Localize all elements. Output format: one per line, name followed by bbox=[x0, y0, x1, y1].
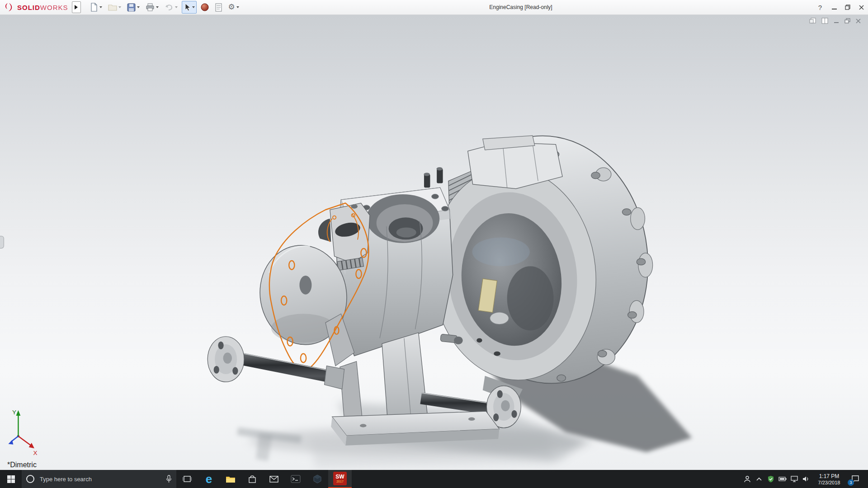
mail-button[interactable] bbox=[263, 470, 285, 488]
doc-restore-button[interactable] bbox=[844, 18, 850, 23]
taskbar: Type here to search e bbox=[0, 470, 868, 488]
network-button[interactable] bbox=[788, 470, 800, 488]
doc-restore-icon bbox=[844, 18, 850, 23]
housing-body[interactable] bbox=[421, 126, 660, 402]
volume-icon bbox=[802, 476, 810, 482]
dropdown-caret-icon bbox=[137, 6, 140, 8]
solidworks-taskbar-button[interactable]: SW 2017 bbox=[328, 470, 352, 488]
clock-date: 7/23/2018 bbox=[814, 480, 844, 485]
dropdown-caret-icon bbox=[175, 6, 178, 8]
appearance-button[interactable] bbox=[199, 1, 211, 14]
edge-icon: e bbox=[206, 473, 212, 485]
terminal-button[interactable] bbox=[285, 470, 307, 488]
orientation-triad: Y X bbox=[8, 409, 37, 456]
print-button[interactable] bbox=[144, 1, 160, 14]
window-title: EngineCasing [Read-only] bbox=[489, 4, 552, 10]
minimize-button[interactable] bbox=[827, 0, 841, 14]
file-explorer-button[interactable] bbox=[220, 470, 241, 488]
titlebar: SOLIDWORKS bbox=[0, 0, 868, 15]
engine-casing-model[interactable]: Y X bbox=[0, 15, 868, 470]
task-view-button[interactable] bbox=[176, 470, 198, 488]
store-button[interactable] bbox=[241, 470, 263, 488]
chevron-up-icon bbox=[756, 477, 762, 481]
dropdown-caret-icon bbox=[156, 6, 159, 8]
cortana-icon bbox=[26, 475, 34, 483]
logo-text: SOLIDWORKS bbox=[17, 4, 68, 11]
dropdown-caret-icon bbox=[99, 6, 102, 8]
taskbar-clock[interactable]: 1:17 PM 7/23/2018 bbox=[812, 473, 846, 485]
terminal-icon bbox=[291, 475, 301, 483]
view-orientation-label: *Dimetric bbox=[7, 461, 37, 469]
doc-tile-icon bbox=[821, 18, 828, 24]
doc-close-icon bbox=[856, 19, 861, 23]
menu-flyout-button[interactable] bbox=[72, 1, 81, 13]
maximize-button[interactable] bbox=[841, 0, 854, 14]
start-button[interactable] bbox=[0, 470, 22, 488]
solidworks-window: SOLIDWORKS bbox=[0, 0, 868, 488]
battery-button[interactable] bbox=[777, 470, 788, 488]
save-button[interactable] bbox=[125, 1, 142, 14]
select-button[interactable] bbox=[182, 1, 197, 14]
defender-shield-icon bbox=[768, 475, 774, 483]
mail-icon bbox=[269, 476, 278, 483]
dropdown-caret-icon bbox=[192, 6, 195, 8]
taskbar-search[interactable]: Type here to search bbox=[22, 470, 176, 488]
solidworks-logo: SOLIDWORKS bbox=[4, 2, 68, 12]
y-axis-label: Y bbox=[12, 409, 16, 416]
open-button[interactable] bbox=[106, 1, 123, 14]
doc-minimize-button[interactable] bbox=[834, 18, 839, 23]
defender-button[interactable] bbox=[765, 470, 777, 488]
doc-cascade-button[interactable] bbox=[809, 18, 816, 24]
undo-button[interactable] bbox=[163, 1, 179, 14]
dropdown-caret-icon bbox=[236, 6, 239, 8]
network-icon bbox=[791, 476, 798, 482]
store-icon bbox=[248, 475, 256, 483]
tray-overflow-button[interactable] bbox=[753, 470, 765, 488]
gear-icon: ⚙ bbox=[228, 3, 235, 12]
minimize-icon bbox=[832, 5, 837, 10]
doc-cascade-icon bbox=[809, 18, 816, 24]
open-folder-icon bbox=[108, 3, 117, 11]
restore-icon bbox=[845, 5, 850, 10]
action-center-button[interactable]: 3 bbox=[846, 470, 864, 488]
edge-button[interactable]: e bbox=[198, 470, 220, 488]
notification-badge: 3 bbox=[848, 479, 854, 486]
people-button[interactable] bbox=[741, 470, 753, 488]
doc-close-button[interactable] bbox=[856, 19, 861, 23]
print-icon bbox=[146, 3, 155, 11]
dropdown-caret-icon bbox=[118, 6, 121, 8]
properties-sheet-icon bbox=[215, 3, 222, 12]
appearance-sphere-icon bbox=[201, 3, 209, 11]
x-axis-label: X bbox=[33, 450, 37, 456]
select-cursor-icon bbox=[184, 3, 191, 12]
search-placeholder: Type here to search bbox=[40, 476, 166, 483]
doc-minimize-icon bbox=[834, 18, 839, 23]
new-document-button[interactable] bbox=[88, 1, 104, 14]
windows-logo-icon bbox=[7, 475, 15, 483]
window-controls: ? bbox=[813, 0, 868, 14]
task-view-icon bbox=[183, 475, 192, 483]
help-button[interactable]: ? bbox=[813, 4, 827, 11]
battery-icon bbox=[778, 477, 787, 481]
properties-button[interactable] bbox=[213, 1, 224, 14]
microphone-icon bbox=[166, 475, 172, 483]
file-explorer-icon bbox=[226, 475, 236, 483]
close-button[interactable] bbox=[854, 0, 868, 14]
undo-icon bbox=[165, 3, 174, 11]
ds-logo-icon bbox=[4, 2, 15, 12]
save-icon bbox=[127, 3, 136, 12]
edrawings-icon bbox=[313, 474, 322, 483]
volume-button[interactable] bbox=[800, 470, 812, 488]
options-button[interactable]: ⚙ bbox=[226, 1, 241, 14]
graphics-area[interactable]: Y X bbox=[0, 15, 868, 470]
edrawings-button[interactable] bbox=[307, 470, 328, 488]
panel-collapse-handle[interactable] bbox=[0, 236, 4, 249]
close-icon bbox=[859, 5, 864, 10]
doc-tile-button[interactable] bbox=[821, 18, 828, 24]
quick-access-toolbar: ⚙ bbox=[88, 1, 241, 14]
people-icon bbox=[744, 475, 751, 483]
system-tray: 1:17 PM 7/23/2018 3 bbox=[741, 470, 868, 488]
solidworks-app-icon: SW 2017 bbox=[333, 472, 347, 485]
document-window-controls bbox=[809, 18, 861, 24]
new-document-icon bbox=[90, 3, 98, 12]
